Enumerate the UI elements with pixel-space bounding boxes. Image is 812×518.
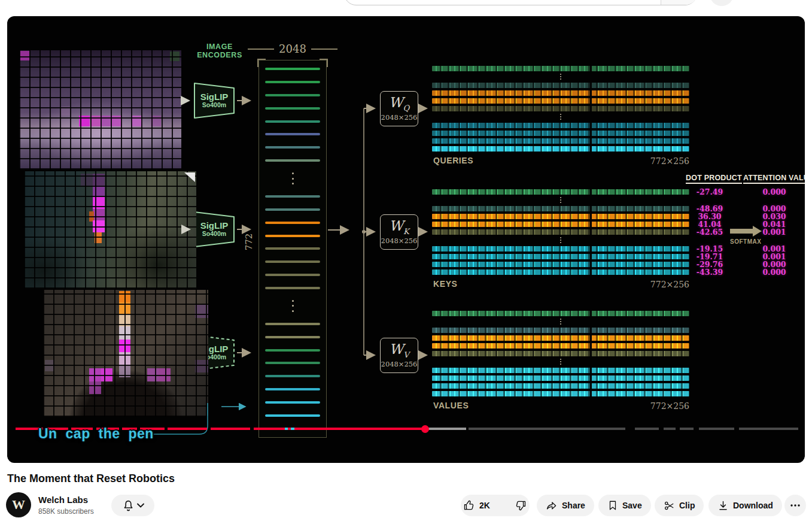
matrix-row <box>432 246 689 252</box>
like-button[interactable]: 2K <box>454 495 498 516</box>
progress-segment <box>739 428 798 430</box>
subscriber-count: 858K subscribers <box>38 507 94 516</box>
softmax-arrow-icon <box>730 226 762 237</box>
bell-icon <box>122 499 135 512</box>
share-button[interactable]: Share <box>537 495 594 516</box>
encoder-name: SigLIP <box>200 92 229 101</box>
progress-segment <box>288 428 291 430</box>
attention-value-header: ATTENTION VALUE <box>743 174 805 184</box>
matrix-row <box>432 66 689 71</box>
matrix-row <box>432 106 689 111</box>
camera-frame-top <box>19 50 181 169</box>
embedding-vector-line <box>265 414 320 417</box>
embedding-vector-line <box>265 274 320 276</box>
bookmark-icon <box>607 500 618 511</box>
embedding-dim-label: 2048 <box>248 43 337 55</box>
embedding-vector-line <box>265 68 320 70</box>
embedding-vector-line <box>265 107 320 110</box>
matrix-row <box>432 146 689 152</box>
like-count: 2K <box>479 501 490 510</box>
siglip-encoder-box-2: SigLIP So400m <box>193 211 235 248</box>
image-encoders-label: IMAGE ENCODERS <box>187 43 253 60</box>
matrix-row <box>432 98 689 104</box>
ellipsis-dots <box>432 359 689 365</box>
embedding-vector-line <box>265 375 320 377</box>
embedding-column <box>258 60 327 438</box>
embedding-vector-line <box>265 287 320 289</box>
notifications-button[interactable] <box>111 495 154 516</box>
dot-product-values: -27.49-48.6936.3041.04-42.65-19.15-19.71… <box>686 189 734 275</box>
embedding-vector-line <box>265 208 320 211</box>
values-dims: 772×256 <box>650 401 689 411</box>
matrix-row <box>432 131 689 136</box>
progress-segment <box>211 428 251 430</box>
voice-search-button[interactable] <box>710 0 734 6</box>
thumbs-up-icon <box>463 499 475 511</box>
weight-box-value: WV 2048×256 <box>380 338 418 373</box>
channel-avatar[interactable]: W <box>6 492 31 517</box>
embedding-vector-line <box>265 133 320 135</box>
save-button[interactable]: Save <box>598 495 651 516</box>
progress-playhead[interactable] <box>421 425 429 433</box>
keys-label: KEYS <box>433 279 458 289</box>
dot-product-header: DOT PRODUCT <box>686 174 742 184</box>
queries-matrix: QUERIES 772×256 <box>432 66 689 152</box>
keys-dims: 772×256 <box>650 280 689 289</box>
clip-button[interactable]: Clip <box>655 495 704 516</box>
embedding-vector-line <box>265 222 320 224</box>
queries-label: QUERIES <box>433 156 473 165</box>
video-player[interactable]: IMAGE ENCODERS SigLIP So400m SigLIP So40… <box>7 16 805 463</box>
ellipsis-dots <box>265 300 320 312</box>
embedding-vector-line <box>265 235 320 237</box>
embedding-vector-line <box>265 159 320 162</box>
patch-grid-overlay <box>43 290 208 417</box>
camera-frame-middle <box>24 171 196 289</box>
matrix-row <box>432 83 689 88</box>
search-input[interactable] <box>344 0 697 5</box>
ellipsis-dots <box>265 172 320 184</box>
scissors-icon <box>664 500 675 511</box>
matrix-row <box>432 90 689 96</box>
progress-segment <box>635 428 659 430</box>
attention-value: 0.000 <box>743 268 805 277</box>
ellipsis-dots <box>432 237 689 244</box>
share-icon <box>546 499 558 511</box>
dislike-button[interactable] <box>507 495 536 516</box>
progress-segment <box>680 428 693 430</box>
embedding-vector-line <box>265 401 320 404</box>
matrix-row <box>432 138 689 144</box>
embedding-vector-line <box>265 120 320 123</box>
thumbs-down-icon <box>515 499 527 511</box>
channel-name[interactable]: Welch Labs <box>38 495 88 505</box>
search-button[interactable] <box>661 0 697 5</box>
download-icon <box>717 500 729 511</box>
matrix-row <box>432 351 689 356</box>
matrix-row <box>432 206 689 211</box>
youtube-watch-page: IMAGE ENCODERS SigLIP So400m SigLIP So40… <box>0 0 812 518</box>
progress-segment <box>699 428 734 430</box>
matrix-row <box>432 189 689 195</box>
embedding-vector-line <box>265 362 320 364</box>
matrix-row <box>432 262 689 267</box>
patch-grid-overlay <box>24 171 196 289</box>
matrix-row <box>432 391 689 396</box>
weight-box-key: WK 2048×256 <box>380 214 418 250</box>
matrix-row <box>432 254 689 259</box>
embedding-vector-line <box>265 260 320 263</box>
siglip-encoder-box-1: SigLIP So400m <box>193 82 235 119</box>
patch-grid-overlay <box>19 50 181 169</box>
dot-product-value: -42.65 <box>686 228 734 237</box>
embedding-vector-line <box>265 146 320 149</box>
ellipsis-dots <box>432 319 689 325</box>
like-dislike-group: 2K <box>461 495 530 516</box>
dot-product-value: -27.49 <box>686 187 734 196</box>
embedding-vector-line <box>265 195 320 198</box>
more-actions-button[interactable] <box>784 495 806 516</box>
download-button[interactable]: Download <box>708 495 782 516</box>
embedding-vector-line <box>265 323 320 325</box>
keys-matrix: KEYS 772×256 <box>432 189 689 275</box>
embedding-vector-line <box>265 81 320 83</box>
progress-segment <box>254 428 285 430</box>
values-matrix: VALUES 772×256 <box>432 311 689 396</box>
embedding-vector-line <box>265 349 320 352</box>
